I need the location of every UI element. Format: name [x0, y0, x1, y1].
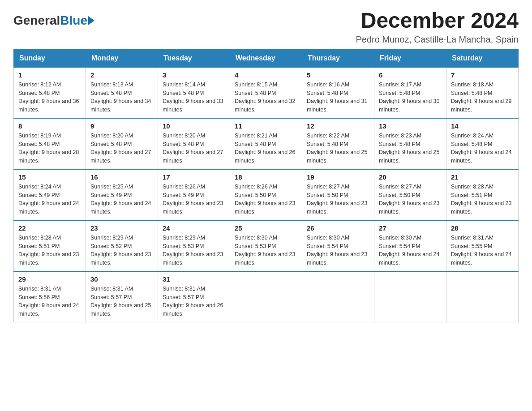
day-number: 11	[235, 122, 297, 130]
week-row-2: 8Sunrise: 8:19 AMSunset: 5:48 PMDaylight…	[14, 118, 519, 169]
day-cell-28: 28Sunrise: 8:31 AMSunset: 5:55 PMDayligh…	[446, 220, 519, 271]
day-number: 8	[18, 122, 81, 130]
day-cell-29: 29Sunrise: 8:31 AMSunset: 5:56 PMDayligh…	[14, 271, 86, 322]
day-cell-15: 15Sunrise: 8:24 AMSunset: 5:49 PMDayligh…	[14, 169, 86, 220]
week-row-5: 29Sunrise: 8:31 AMSunset: 5:56 PMDayligh…	[14, 271, 519, 322]
day-info: Sunrise: 8:31 AMSunset: 5:57 PMDaylight:…	[163, 285, 225, 318]
day-number: 10	[163, 122, 225, 130]
day-cell-18: 18Sunrise: 8:26 AMSunset: 5:50 PMDayligh…	[230, 169, 302, 220]
day-cell-16: 16Sunrise: 8:25 AMSunset: 5:49 PMDayligh…	[86, 169, 158, 220]
day-number: 13	[379, 122, 442, 130]
day-info: Sunrise: 8:22 AMSunset: 5:48 PMDaylight:…	[307, 132, 369, 165]
day-info: Sunrise: 8:31 AMSunset: 5:56 PMDaylight:…	[18, 285, 81, 318]
month-title: December 2024	[356, 9, 519, 33]
day-cell-21: 21Sunrise: 8:28 AMSunset: 5:51 PMDayligh…	[446, 169, 519, 220]
day-info: Sunrise: 8:14 AMSunset: 5:48 PMDaylight:…	[163, 81, 225, 114]
day-number: 25	[235, 224, 297, 232]
empty-cell	[230, 271, 302, 322]
day-info: Sunrise: 8:24 AMSunset: 5:49 PMDaylight:…	[18, 183, 81, 216]
day-cell-31: 31Sunrise: 8:31 AMSunset: 5:57 PMDayligh…	[158, 271, 230, 322]
day-info: Sunrise: 8:29 AMSunset: 5:53 PMDaylight:…	[163, 234, 225, 267]
weekday-header-sunday: Sunday	[14, 49, 86, 67]
day-cell-22: 22Sunrise: 8:28 AMSunset: 5:51 PMDayligh…	[14, 220, 86, 271]
day-number: 14	[451, 122, 514, 130]
day-cell-4: 4Sunrise: 8:15 AMSunset: 5:48 PMDaylight…	[230, 67, 302, 118]
day-info: Sunrise: 8:21 AMSunset: 5:48 PMDaylight:…	[235, 132, 297, 165]
day-info: Sunrise: 8:29 AMSunset: 5:52 PMDaylight:…	[90, 234, 153, 267]
day-number: 15	[18, 173, 81, 181]
day-cell-2: 2Sunrise: 8:13 AMSunset: 5:48 PMDaylight…	[86, 67, 158, 118]
day-info: Sunrise: 8:31 AMSunset: 5:57 PMDaylight:…	[90, 285, 153, 318]
day-number: 22	[18, 224, 81, 232]
day-number: 26	[307, 224, 369, 232]
day-info: Sunrise: 8:24 AMSunset: 5:48 PMDaylight:…	[451, 132, 514, 165]
day-number: 31	[163, 275, 225, 283]
day-cell-9: 9Sunrise: 8:20 AMSunset: 5:48 PMDaylight…	[86, 118, 158, 169]
day-info: Sunrise: 8:20 AMSunset: 5:48 PMDaylight:…	[90, 132, 153, 165]
day-number: 3	[163, 71, 225, 79]
logo: General Blue	[13, 13, 94, 28]
weekday-header-wednesday: Wednesday	[230, 49, 302, 67]
day-cell-5: 5Sunrise: 8:16 AMSunset: 5:48 PMDaylight…	[302, 67, 374, 118]
day-cell-10: 10Sunrise: 8:20 AMSunset: 5:48 PMDayligh…	[158, 118, 230, 169]
day-number: 28	[451, 224, 514, 232]
day-cell-7: 7Sunrise: 8:18 AMSunset: 5:48 PMDaylight…	[446, 67, 519, 118]
day-number: 19	[307, 173, 369, 181]
day-number: 1	[18, 71, 81, 79]
day-number: 9	[90, 122, 153, 130]
day-cell-25: 25Sunrise: 8:30 AMSunset: 5:53 PMDayligh…	[230, 220, 302, 271]
weekday-header-friday: Friday	[374, 49, 446, 67]
week-row-4: 22Sunrise: 8:28 AMSunset: 5:51 PMDayligh…	[14, 220, 519, 271]
logo-general-text: General	[13, 13, 60, 28]
empty-cell	[446, 271, 519, 322]
day-info: Sunrise: 8:16 AMSunset: 5:48 PMDaylight:…	[307, 81, 369, 114]
logo-blue-text: Blue	[60, 13, 87, 28]
day-number: 7	[451, 71, 514, 79]
day-number: 17	[163, 173, 225, 181]
empty-cell	[302, 271, 374, 322]
day-number: 4	[235, 71, 297, 79]
day-cell-3: 3Sunrise: 8:14 AMSunset: 5:48 PMDaylight…	[158, 67, 230, 118]
day-number: 24	[163, 224, 225, 232]
day-cell-24: 24Sunrise: 8:29 AMSunset: 5:53 PMDayligh…	[158, 220, 230, 271]
day-info: Sunrise: 8:19 AMSunset: 5:48 PMDaylight:…	[18, 132, 81, 165]
weekday-header-thursday: Thursday	[302, 49, 374, 67]
day-number: 20	[379, 173, 442, 181]
day-info: Sunrise: 8:15 AMSunset: 5:48 PMDaylight:…	[235, 81, 297, 114]
day-cell-11: 11Sunrise: 8:21 AMSunset: 5:48 PMDayligh…	[230, 118, 302, 169]
day-info: Sunrise: 8:23 AMSunset: 5:48 PMDaylight:…	[379, 132, 442, 165]
calendar-table: SundayMondayTuesdayWednesdayThursdayFrid…	[13, 49, 519, 322]
day-cell-19: 19Sunrise: 8:27 AMSunset: 5:50 PMDayligh…	[302, 169, 374, 220]
week-row-1: 1Sunrise: 8:12 AMSunset: 5:48 PMDaylight…	[14, 67, 519, 118]
day-cell-23: 23Sunrise: 8:29 AMSunset: 5:52 PMDayligh…	[86, 220, 158, 271]
day-info: Sunrise: 8:28 AMSunset: 5:51 PMDaylight:…	[18, 234, 81, 267]
weekday-header-tuesday: Tuesday	[158, 49, 230, 67]
empty-cell	[374, 271, 446, 322]
day-info: Sunrise: 8:30 AMSunset: 5:54 PMDaylight:…	[379, 234, 442, 267]
day-info: Sunrise: 8:27 AMSunset: 5:50 PMDaylight:…	[307, 183, 369, 216]
day-number: 21	[451, 173, 514, 181]
day-info: Sunrise: 8:18 AMSunset: 5:48 PMDaylight:…	[451, 81, 514, 114]
day-cell-12: 12Sunrise: 8:22 AMSunset: 5:48 PMDayligh…	[302, 118, 374, 169]
day-info: Sunrise: 8:20 AMSunset: 5:48 PMDaylight:…	[163, 132, 225, 165]
day-info: Sunrise: 8:13 AMSunset: 5:48 PMDaylight:…	[90, 81, 153, 114]
weekday-header-monday: Monday	[86, 49, 158, 67]
day-cell-17: 17Sunrise: 8:26 AMSunset: 5:49 PMDayligh…	[158, 169, 230, 220]
day-number: 23	[90, 224, 153, 232]
day-number: 2	[90, 71, 153, 79]
day-number: 6	[379, 71, 442, 79]
logo-arrow-icon	[88, 16, 94, 25]
day-cell-8: 8Sunrise: 8:19 AMSunset: 5:48 PMDaylight…	[14, 118, 86, 169]
weekday-header-saturday: Saturday	[446, 49, 519, 67]
location-title: Pedro Munoz, Castille-La Mancha, Spain	[356, 34, 519, 45]
day-info: Sunrise: 8:26 AMSunset: 5:49 PMDaylight:…	[163, 183, 225, 216]
day-info: Sunrise: 8:26 AMSunset: 5:50 PMDaylight:…	[235, 183, 297, 216]
day-number: 30	[90, 275, 153, 283]
day-cell-14: 14Sunrise: 8:24 AMSunset: 5:48 PMDayligh…	[446, 118, 519, 169]
page-header: General Blue December 2024 Pedro Munoz, …	[13, 9, 519, 45]
day-number: 18	[235, 173, 297, 181]
day-cell-30: 30Sunrise: 8:31 AMSunset: 5:57 PMDayligh…	[86, 271, 158, 322]
day-cell-13: 13Sunrise: 8:23 AMSunset: 5:48 PMDayligh…	[374, 118, 446, 169]
weekday-header-row: SundayMondayTuesdayWednesdayThursdayFrid…	[14, 49, 519, 67]
day-cell-6: 6Sunrise: 8:17 AMSunset: 5:48 PMDaylight…	[374, 67, 446, 118]
